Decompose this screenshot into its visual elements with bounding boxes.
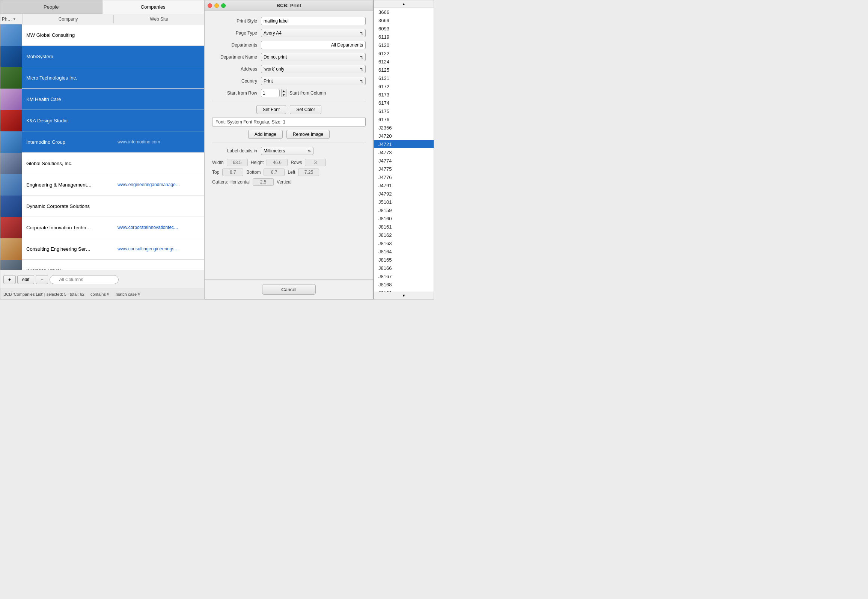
scroll-down-button[interactable]: ▼ xyxy=(374,292,434,299)
dropdown-item[interactable]: J8163 xyxy=(374,239,434,247)
dropdown-item[interactable]: J4720 xyxy=(374,132,434,140)
status-info: BCB 'Companies List' | selected: 5 | tot… xyxy=(3,292,84,296)
left-input[interactable] xyxy=(298,169,319,176)
dropdown-item[interactable]: 6175 xyxy=(374,107,434,115)
dropdown-item[interactable]: 6174 xyxy=(374,99,434,107)
dropdown-item[interactable]: J4791 xyxy=(374,181,434,190)
close-button[interactable] xyxy=(208,3,212,8)
company-thumbnail xyxy=(0,110,22,131)
company-name: Micro Technologies Inc. xyxy=(22,75,115,81)
edit-button[interactable]: edit xyxy=(17,275,34,284)
dialog-body: Print Style mailing label Page Type Aver… xyxy=(205,11,373,279)
rows-input[interactable] xyxy=(305,159,326,166)
company-thumbnail xyxy=(0,260,22,270)
list-item[interactable]: Micro Technologies Inc. xyxy=(0,67,204,89)
country-select[interactable]: Print ⇅ xyxy=(261,77,366,85)
bottom-input[interactable] xyxy=(264,169,285,176)
height-input[interactable] xyxy=(267,159,288,166)
col-header-ph[interactable]: Ph… ▼ xyxy=(0,14,23,24)
dropdown-item[interactable]: J8169 xyxy=(374,289,434,292)
dropdown-item[interactable]: J4773 xyxy=(374,148,434,157)
dropdown-item[interactable]: 6172 xyxy=(374,82,434,90)
dropdown-item[interactable]: 6173 xyxy=(374,90,434,99)
list-item[interactable]: Dynamic Corporate Solutions xyxy=(0,196,204,217)
dropdown-item[interactable]: 6093 xyxy=(374,24,434,33)
list-item[interactable]: Consulting Engineering Ser…www.consultin… xyxy=(0,238,204,260)
departments-value[interactable]: All Departments xyxy=(261,41,366,49)
address-label: Address xyxy=(212,66,261,72)
dropdown-item[interactable]: 6124 xyxy=(374,57,434,66)
dropdown-item[interactable]: J5101 xyxy=(374,198,434,206)
print-style-value[interactable]: mailing label xyxy=(261,17,366,25)
dropdown-item[interactable]: J8159 xyxy=(374,206,434,214)
start-row-input[interactable] xyxy=(261,89,280,97)
start-row-row: Start from Row ▲ ▼ Start from Column xyxy=(212,89,366,97)
dropdown-item[interactable]: J8165 xyxy=(374,256,434,264)
col-header-website[interactable]: Web Site xyxy=(114,15,204,23)
remove-button[interactable]: − xyxy=(36,275,48,284)
minimize-button[interactable] xyxy=(214,3,219,8)
address-select[interactable]: 'work' only ⇅ xyxy=(261,65,366,73)
zoom-button[interactable] xyxy=(221,3,226,8)
search-input[interactable] xyxy=(50,275,119,284)
add-image-button[interactable]: Add Image xyxy=(248,130,283,139)
departments-row: Departments All Departments xyxy=(212,41,366,49)
remove-image-button[interactable]: Remove Image xyxy=(286,130,330,139)
list-item[interactable]: MobiSystem xyxy=(0,46,204,67)
page-type-select[interactable]: Avery A4 ⇅ xyxy=(261,29,366,37)
dropdown-item[interactable]: J8160 xyxy=(374,214,434,223)
dropdown-items-list: 3666366960936119612061226124612561316172… xyxy=(374,8,434,292)
company-name: MW Global Consulting xyxy=(22,32,115,38)
list-item[interactable]: Business Travel xyxy=(0,260,204,270)
country-row: Country Print ⇅ xyxy=(212,77,366,85)
list-item[interactable]: Intemodino Groupwww.intemodino.com xyxy=(0,131,204,153)
dropdown-item[interactable]: J4775 xyxy=(374,165,434,173)
list-item[interactable]: Global Solutions, Inc. xyxy=(0,153,204,174)
dropdown-item[interactable]: J2356 xyxy=(374,123,434,132)
list-item[interactable]: Engineering & Management…www.engineering… xyxy=(0,174,204,196)
dropdown-item[interactable]: J4774 xyxy=(374,157,434,165)
width-input[interactable] xyxy=(227,159,248,166)
dropdown-item[interactable]: J4776 xyxy=(374,173,434,181)
dept-name-select[interactable]: Do not print ⇅ xyxy=(261,53,366,61)
add-button[interactable]: + xyxy=(3,275,16,284)
dropdown-item[interactable]: 6125 xyxy=(374,66,434,74)
contains-control[interactable]: contains ⇅ xyxy=(90,292,110,296)
list-item[interactable]: K&A Design Studio xyxy=(0,110,204,131)
dropdown-item[interactable]: J8168 xyxy=(374,280,434,289)
dropdown-item[interactable]: J8161 xyxy=(374,223,434,231)
cancel-button[interactable]: Cancel xyxy=(262,284,315,295)
dropdown-item[interactable]: 6131 xyxy=(374,74,434,82)
gutters-input[interactable] xyxy=(253,178,274,186)
set-color-button[interactable]: Set Color xyxy=(290,105,321,114)
dropdown-item[interactable]: J4721 xyxy=(374,140,434,148)
start-row-arrows: ▲ ▼ xyxy=(281,89,286,97)
dropdown-item[interactable]: J8167 xyxy=(374,272,434,280)
dropdown-item[interactable]: 6119 xyxy=(374,33,434,41)
dropdown-item[interactable]: 6120 xyxy=(374,41,434,49)
tab-companies[interactable]: Companies xyxy=(102,0,205,14)
tab-people[interactable]: People xyxy=(0,0,102,14)
chevron-updown-icon-4: ⇅ xyxy=(360,79,363,83)
dropdown-item[interactable]: 6122 xyxy=(374,49,434,57)
match-case-control[interactable]: match case ⇅ xyxy=(116,292,140,296)
list-item[interactable]: Corporate Innovation Techn…www.corporate… xyxy=(0,217,204,238)
list-item[interactable]: KM Health Care xyxy=(0,89,204,110)
dropdown-item[interactable]: J8162 xyxy=(374,231,434,239)
dropdown-item[interactable]: 6176 xyxy=(374,115,434,123)
list-item[interactable]: MW Global Consulting xyxy=(0,24,204,46)
company-list[interactable]: MW Global ConsultingMobiSystemMicro Tech… xyxy=(0,24,204,270)
col-header-company[interactable]: Company xyxy=(23,15,114,23)
dropdown-item[interactable]: J4792 xyxy=(374,190,434,198)
dropdown-item[interactable]: J8166 xyxy=(374,264,434,272)
dropdown-item[interactable]: J8164 xyxy=(374,247,434,256)
dropdown-item[interactable]: 3666 xyxy=(374,8,434,16)
stepper-down-btn[interactable]: ▼ xyxy=(281,93,286,97)
gutters-fields: Gutters: Horizontal Vertical xyxy=(212,178,366,186)
scroll-up-button[interactable]: ▲ xyxy=(374,0,434,8)
label-unit-select[interactable]: Millimeters ⇅ xyxy=(261,147,313,155)
dropdown-item[interactable]: 3669 xyxy=(374,16,434,24)
stepper-up-btn[interactable]: ▲ xyxy=(281,89,286,93)
top-input[interactable] xyxy=(222,169,243,176)
set-font-button[interactable]: Set Font xyxy=(256,105,286,114)
